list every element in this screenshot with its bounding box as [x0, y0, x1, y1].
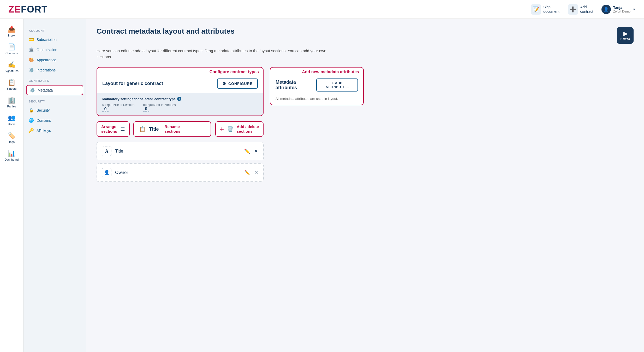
- integrations-label: Integrations: [37, 68, 56, 72]
- how-to-button[interactable]: ▶ How to: [617, 27, 634, 44]
- users-icon: 👥: [8, 114, 16, 122]
- appearance-icon: 🎨: [29, 57, 34, 62]
- api-keys-icon: 🔑: [29, 128, 34, 133]
- remove-owner-button[interactable]: ✕: [254, 170, 258, 175]
- sidebar-item-tags[interactable]: 🏷️ Tags: [1, 129, 22, 146]
- remove-title-button[interactable]: ✕: [254, 148, 258, 154]
- main-layout: 📥 Inbox 📄 Contracts ✍️ Signatures 📋 Bind…: [0, 0, 644, 352]
- inbox-icon: 📥: [8, 26, 16, 33]
- gear-icon: ⚙: [222, 81, 226, 86]
- security-section-label: SECURITY: [23, 96, 86, 105]
- person-icon: 👤: [104, 170, 110, 175]
- all-used-note: All metadata attributes are used in layo…: [270, 97, 363, 105]
- sidebar-item-domains[interactable]: 🌐 Domains: [23, 115, 86, 125]
- mandatory-fields: REQUIRED PARTIES 0 REQUIRED BINDERS 0: [102, 104, 258, 112]
- contracts-label: Contracts: [5, 52, 18, 55]
- edit-owner-button[interactable]: ✏️: [244, 170, 250, 175]
- binders-label: Binders: [7, 87, 16, 90]
- edit-title-button[interactable]: ✏️: [244, 148, 250, 154]
- sidebar-item-binders[interactable]: 📋 Binders: [1, 76, 22, 93]
- user-name: Tanja: [613, 5, 630, 10]
- sidebar-item-integrations[interactable]: ⚙️ Integrations: [23, 65, 86, 75]
- left-section: Configure contract types Layout for gene…: [97, 67, 264, 185]
- dashboard-label: Dashboard: [5, 158, 19, 161]
- configure-contract-card: Configure contract types Layout for gene…: [97, 67, 264, 116]
- hamburger-icon: ☰: [120, 126, 125, 132]
- title-section-text: Title: [149, 126, 159, 132]
- title-item-actions: ✏️ ✕: [244, 148, 258, 154]
- metadata-label: Metadata: [38, 88, 53, 92]
- page-title: Contract metadata layout and attributes: [97, 27, 235, 35]
- how-to-label: How to: [621, 37, 630, 40]
- add-contract-button[interactable]: ➕ Add contract: [568, 4, 593, 15]
- inbox-label: Inbox: [8, 34, 15, 37]
- configure-types-label: Configure contract types: [210, 70, 259, 74]
- sidebar-item-inbox[interactable]: 📥 Inbox: [1, 23, 22, 40]
- mandatory-box: Mandatory settings for selected contract…: [97, 93, 263, 116]
- owner-item-name: Owner: [115, 170, 128, 175]
- sidebar-item-organization[interactable]: 🏛️ Organization: [23, 45, 86, 55]
- chevron-down-icon: ▼: [633, 8, 636, 11]
- rename-sections-label: Rename sections: [165, 124, 181, 134]
- title-rename-box[interactable]: 📋 Title Rename sections: [133, 121, 211, 137]
- item-left-owner: 👤 Owner: [102, 168, 128, 177]
- sidebar-item-security[interactable]: 🔒 Security: [23, 105, 86, 115]
- security-icon: 🔒: [29, 108, 34, 113]
- parties-label: Parties: [7, 105, 16, 108]
- items-section: A Title ✏️ ✕ 👤: [97, 142, 264, 182]
- appearance-label: Appearance: [37, 58, 56, 62]
- icon-nav: 📥 Inbox 📄 Contracts ✍️ Signatures 📋 Bind…: [0, 19, 23, 352]
- info-icon: i: [177, 97, 181, 101]
- subscription-icon: 💳: [29, 37, 34, 42]
- main-content: Contract metadata layout and attributes …: [86, 19, 644, 352]
- header-actions: 📝 Sign document ➕ Add contract 👤 Tanja Z…: [531, 4, 636, 15]
- owner-item-actions: ✏️ ✕: [244, 170, 258, 175]
- table-row: A Title ✏️ ✕: [97, 142, 264, 160]
- add-attr-btn-label: + ADD ATTRIBUTE...: [320, 81, 354, 89]
- sidebar-item-subscription[interactable]: 💳 Subscription: [23, 34, 86, 45]
- sidebar-item-metadata[interactable]: ⚙️ Metadata: [26, 85, 83, 95]
- sidebar-item-api-keys[interactable]: 🔑 API keys: [23, 125, 86, 136]
- page-description: Here you can edit metadata layout for di…: [97, 48, 331, 60]
- dashboard-icon: 📊: [8, 150, 16, 157]
- sidebar-item-contracts[interactable]: 📄 Contracts: [1, 41, 22, 57]
- tags-icon: 🏷️: [8, 132, 16, 139]
- logo: ZEFORT: [8, 4, 47, 15]
- configure-header: Configure contract types: [97, 68, 263, 75]
- text-icon: A: [105, 149, 109, 154]
- mandatory-title: Mandatory settings for selected contract…: [102, 97, 258, 101]
- users-label: Users: [8, 123, 15, 126]
- add-attr-label: Add new metadata attributes: [302, 70, 359, 74]
- sidebar-item-parties[interactable]: 🏢 Parties: [1, 94, 22, 111]
- user-org: Zefort Demo: [613, 10, 630, 13]
- sign-document-button[interactable]: 📝 Sign document: [531, 4, 559, 15]
- top-header: ZEFORT 📝 Sign document ➕ Add contract 👤 …: [0, 0, 644, 19]
- sidebar-item-users[interactable]: 👥 Users: [1, 112, 22, 128]
- add-attribute-button[interactable]: + ADD ATTRIBUTE...: [316, 78, 358, 92]
- sidebar-item-appearance[interactable]: 🎨 Appearance: [23, 55, 86, 65]
- contracts-section-label: CONTRACTS: [23, 75, 86, 84]
- organization-icon: 🏛️: [29, 47, 34, 52]
- sidebar: ACCOUNT 💳 Subscription 🏛️ Organization 🎨…: [23, 19, 86, 352]
- page-title-row: Contract metadata layout and attributes …: [97, 27, 634, 44]
- rename-icon: 📋: [139, 126, 146, 132]
- add-attr-body: Metadata attributes + ADD ATTRIBUTE...: [270, 75, 363, 97]
- arrange-sections-box[interactable]: Arrange sections ☰: [97, 121, 130, 137]
- item-left-title: A Title: [102, 147, 123, 156]
- required-parties-value[interactable]: 0: [102, 107, 109, 112]
- add-delete-sections-box[interactable]: + 🗑️ Add / delete sections: [215, 121, 264, 137]
- required-binders-value[interactable]: 0: [143, 107, 149, 112]
- owner-field-icon: 👤: [102, 168, 111, 177]
- configure-btn-label: CONFIGURE: [228, 82, 253, 86]
- security-label: Security: [37, 108, 50, 112]
- sign-document-icon: 📝: [531, 4, 541, 15]
- sidebar-item-signatures[interactable]: ✍️ Signatures: [1, 58, 22, 75]
- sidebar-item-dashboard[interactable]: 📊 Dashboard: [1, 147, 22, 164]
- cards-row: Configure contract types Layout for gene…: [97, 67, 634, 185]
- subscription-label: Subscription: [37, 38, 57, 42]
- title-item-name: Title: [115, 149, 123, 154]
- configure-button[interactable]: ⚙ CONFIGURE: [217, 78, 258, 89]
- arrange-sections-label: Arrange sections: [101, 124, 117, 134]
- layout-text: Layout for generic contract: [102, 81, 163, 86]
- user-section[interactable]: 👤 Tanja Zefort Demo ▼: [601, 5, 636, 14]
